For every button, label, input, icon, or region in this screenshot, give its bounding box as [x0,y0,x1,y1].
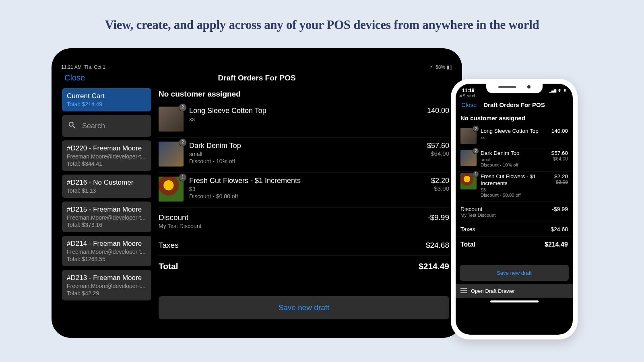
line-item[interactable]: 2 Dark Denim TopsmallDiscount - 10% off … [456,148,573,172]
product-thumb: 1 [460,173,477,189]
customer-header: No customer assigned [456,113,573,126]
search-icon [68,121,76,131]
current-cart-card[interactable]: Current Cart Total: $214.49 [62,88,151,111]
phone-device: 11:19 ▁▃▅ ᯤ ▮ Search Close Draft Orders … [451,79,578,339]
product-thumb: 2 [460,128,477,144]
tablet-device: 11:21 AM Thu Oct 1 ᯤ 68% ▮▯ Close Draft … [52,48,462,338]
search-input[interactable]: Search [62,115,151,137]
battery-icon: ▮▯ [447,64,452,70]
draft-card[interactable]: #D216 - No Customer Total: $1.13 [62,175,151,198]
wifi-icon: ᯤ [429,64,434,70]
line-item[interactable]: 1 Fresh Cut Flowers - $1 Increments$3Dis… [456,172,573,202]
drafts-sidebar: Current Cart Total: $214.49 Search #D220… [62,88,151,319]
marketing-headline: View, create, and apply across any of yo… [0,0,644,32]
discount-row: DiscountMy Test Discount -$9.99 [456,202,573,222]
customer-header: No customer assigned [159,88,449,104]
total-row: Total$214.49 [456,237,573,252]
open-draft-drawer-button[interactable]: Open Draft Drawer [456,284,573,298]
home-indicator[interactable] [490,300,539,302]
draft-card[interactable]: #D214 - Freeman Moore Freeman.Moore@deve… [62,236,151,266]
close-button[interactable]: Close [64,73,85,82]
menu-icon [460,288,467,293]
product-thumb: 2 [159,107,184,132]
signal-icon: ▁▃▅ ᯤ ▮ [549,88,566,93]
total-row: Total $214.49 [159,256,449,277]
taxes-row: Taxes$24.68 [456,222,573,237]
screen-title: Draft Orders For POS [57,74,456,82]
draft-card[interactable]: #D213 - Freeman Moore Freeman.Moore@deve… [62,270,151,300]
draft-card[interactable]: #D220 - Freeman Moore Freeman.Moore@deve… [62,140,151,171]
line-item[interactable]: 2 Dark Denim Top small Discount - 10% of… [159,139,449,173]
tablet-status-bar: 11:21 AM Thu Oct 1 ᯤ 68% ▮▯ [57,62,456,72]
discount-row: DiscountMy Test Discount -$9.99 [159,208,449,235]
taxes-row: Taxes $24.68 [159,235,449,256]
cart-detail: No customer assigned 2 Long Sleeve Cotto… [159,88,452,319]
save-new-draft-button[interactable]: Save new draft [460,265,569,281]
product-thumb: 2 [460,150,477,166]
line-item[interactable]: 1 Fresh Cut Flowers - $1 Increments $3 D… [159,174,449,208]
line-item[interactable]: 2 Long Sleeve Cotton Top xs 140.00 [159,104,449,138]
draft-card[interactable]: #D215 - Freeman Moore Freeman.Moore@deve… [62,202,151,232]
back-to-search[interactable]: Search [456,93,573,99]
product-thumb: 2 [159,142,184,167]
close-button[interactable]: Close [461,101,477,108]
product-thumb: 1 [159,177,184,202]
save-new-draft-button[interactable]: Save new draft [159,296,449,319]
line-item[interactable]: 2 Long Sleeve Cotton Topxs 140.00 [456,126,573,148]
